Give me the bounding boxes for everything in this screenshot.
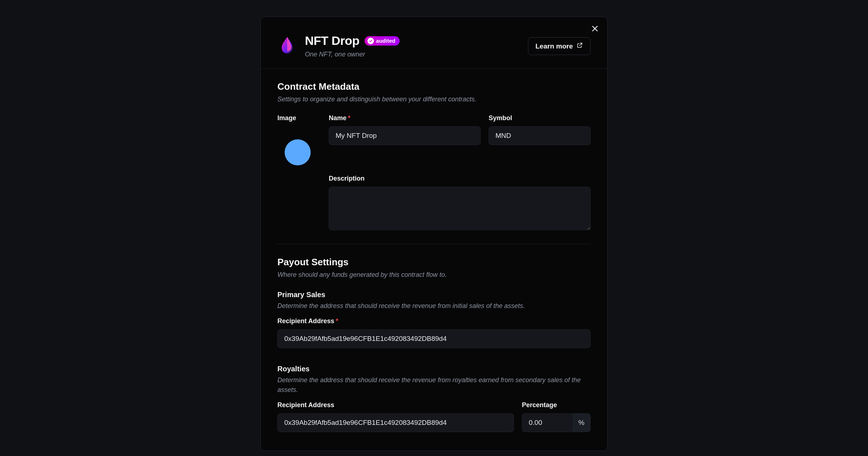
recipient-label: Recipient Address — [277, 401, 514, 409]
name-label: Name* — [329, 114, 481, 122]
description-input[interactable] — [329, 187, 591, 230]
required-asterisk: * — [336, 317, 338, 325]
external-link-icon — [576, 42, 583, 50]
check-circle-icon — [367, 38, 374, 44]
description-label: Description — [329, 175, 591, 182]
contract-metadata-section: Contract Metadata Settings to organize a… — [277, 69, 591, 232]
percent-suffix: % — [573, 413, 591, 432]
image-upload[interactable] — [285, 139, 311, 165]
payout-settings-section: Payout Settings Where should any funds g… — [277, 244, 591, 432]
section-desc: Where should any funds generated by this… — [277, 270, 591, 280]
audited-badge: audited — [365, 36, 400, 46]
section-title: Contract Metadata — [277, 81, 591, 92]
deploy-modal: NFT Drop audited One NFT, one owner — [260, 17, 608, 451]
royalty-recipient-input[interactable] — [277, 413, 514, 432]
audited-badge-text: audited — [376, 38, 395, 43]
subsection-desc: Determine the address that should receiv… — [277, 301, 591, 311]
subsection-desc: Determine the address that should receiv… — [277, 375, 591, 395]
section-title: Payout Settings — [277, 257, 591, 268]
primary-recipient-input[interactable] — [277, 329, 591, 348]
symbol-input[interactable] — [489, 126, 591, 145]
subsection-title: Primary Sales — [277, 291, 591, 299]
modal-header: NFT Drop audited One NFT, one owner — [261, 17, 607, 69]
modal-title: NFT Drop — [305, 34, 359, 48]
royalty-percentage-input[interactable] — [522, 413, 573, 432]
percentage-label: Percentage — [522, 401, 591, 409]
symbol-label: Symbol — [489, 114, 591, 122]
learn-more-button[interactable]: Learn more — [528, 37, 591, 55]
primary-sales-subsection: Primary Sales Determine the address that… — [277, 291, 591, 348]
required-asterisk: * — [348, 114, 350, 122]
learn-more-label: Learn more — [536, 42, 573, 50]
recipient-label: Recipient Address* — [277, 317, 591, 325]
subsection-title: Royalties — [277, 365, 591, 373]
name-input[interactable] — [329, 126, 481, 145]
image-label: Image — [277, 114, 321, 122]
close-button[interactable] — [589, 24, 601, 35]
nft-drop-icon — [277, 35, 297, 55]
close-icon — [591, 25, 599, 34]
section-desc: Settings to organize and distinguish bet… — [277, 94, 591, 104]
royalties-subsection: Royalties Determine the address that sho… — [277, 365, 591, 432]
